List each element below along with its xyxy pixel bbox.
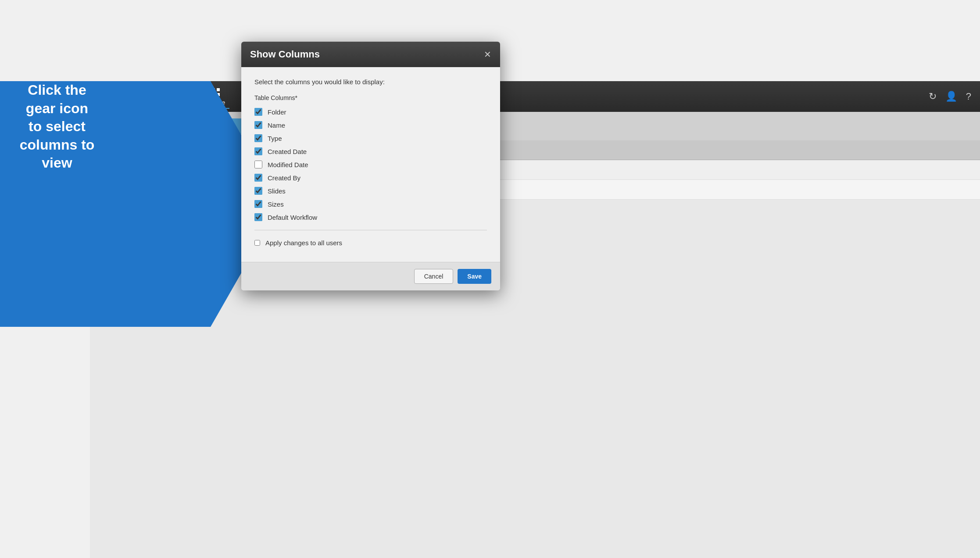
checkbox-default-workflow: Default Workflow: [254, 213, 487, 221]
save-button[interactable]: Save: [458, 269, 491, 284]
modal-close-button[interactable]: ✕: [484, 50, 491, 59]
checkbox-name-label: Name: [268, 122, 285, 129]
checkbox-apply-all-label: Apply changes to all users: [265, 239, 342, 247]
checkbox-slides-label: Slides: [268, 187, 286, 195]
checkbox-modified-date-input[interactable]: [254, 161, 262, 168]
show-columns-modal: Show Columns ✕ Select the columns you wo…: [241, 42, 500, 290]
checkbox-apply-all-input[interactable]: [254, 240, 260, 246]
checkbox-folder-input[interactable]: [254, 108, 262, 116]
checkbox-folder-label: Folder: [268, 108, 286, 116]
checkbox-type-label: Type: [268, 135, 282, 142]
modal-divider: [254, 230, 487, 230]
modal-header: Show Columns ✕: [241, 42, 500, 67]
checkbox-created-by-input[interactable]: [254, 174, 262, 182]
modal-subtitle: Select the columns you would like to dis…: [254, 78, 487, 86]
modal-overlay: Show Columns ✕ Select the columns you wo…: [0, 0, 980, 558]
checkbox-name: Name: [254, 121, 487, 129]
checkbox-created-by-label: Created By: [268, 174, 300, 182]
checkbox-name-input[interactable]: [254, 121, 262, 129]
checkbox-modified-date: Modified Date: [254, 161, 487, 168]
cancel-button[interactable]: Cancel: [414, 269, 454, 284]
table-columns-label: Table Columns*: [254, 94, 487, 101]
checkbox-folder: Folder: [254, 108, 487, 116]
modal-footer: Cancel Save: [241, 262, 500, 290]
checkbox-created-by: Created By: [254, 174, 487, 182]
checkbox-slides-input[interactable]: [254, 187, 262, 195]
checkbox-sizes-input[interactable]: [254, 200, 262, 208]
modal-title: Show Columns: [250, 49, 320, 60]
checkbox-slides: Slides: [254, 187, 487, 195]
checkbox-sizes: Sizes: [254, 200, 487, 208]
modal-body: Select the columns you would like to dis…: [241, 67, 500, 262]
checkbox-default-workflow-label: Default Workflow: [268, 214, 317, 221]
checkbox-created-date-label: Created Date: [268, 148, 307, 155]
checkbox-default-workflow-input[interactable]: [254, 213, 262, 221]
checkbox-sizes-label: Sizes: [268, 200, 284, 208]
checkbox-type: Type: [254, 134, 487, 142]
checkbox-type-input[interactable]: [254, 134, 262, 142]
checkbox-created-date: Created Date: [254, 147, 487, 155]
checkbox-modified-date-label: Modified Date: [268, 161, 308, 168]
apply-changes-row: Apply changes to all users: [254, 239, 487, 247]
checkbox-created-date-input[interactable]: [254, 147, 262, 155]
